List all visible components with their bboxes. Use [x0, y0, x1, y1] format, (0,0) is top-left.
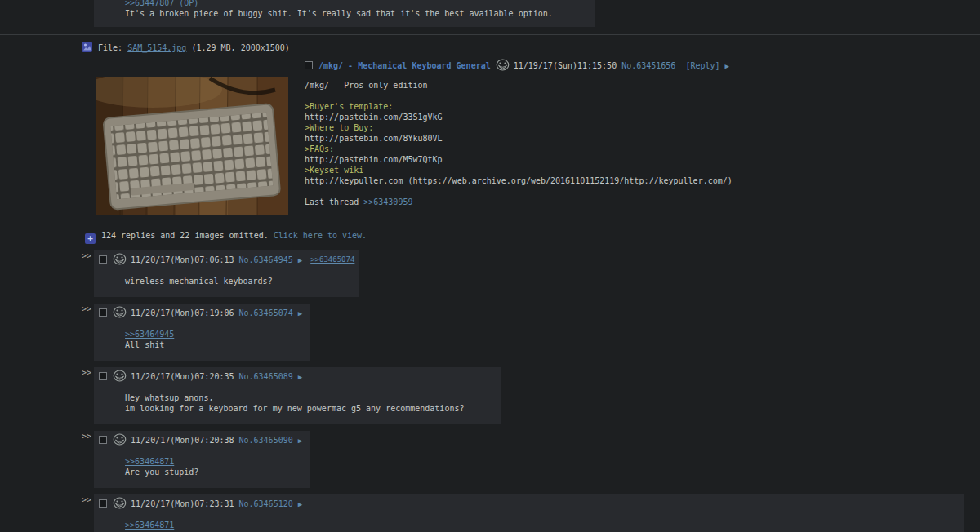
post-text: http://pastebin.com/33S1gVkG	[305, 112, 980, 122]
troll-face-icon	[496, 59, 510, 73]
post-text: Hey whatsup anons,	[125, 392, 464, 403]
greentext-line: >Buyer's template:	[305, 101, 980, 112]
reply-post: 11/20/17(Mon)07:20:38No.63465090▶ >>6346…	[94, 431, 310, 488]
side-arrows-icon: >>	[82, 494, 91, 505]
reply-message: Hey whatsup anons, im looking for a keyb…	[125, 392, 464, 414]
troll-face-icon	[113, 253, 127, 268]
quote-link[interactable]: >>63464945	[125, 330, 174, 339]
post-menu-arrow[interactable]: ▶	[298, 437, 302, 445]
quote-link[interactable]: >>63447807 (OP)	[125, 0, 198, 7]
troll-face-icon	[113, 370, 127, 384]
reply-post: 11/20/17(Mon)07:19:06No.63465074▶ >>6346…	[94, 304, 310, 361]
quote-link[interactable]: >>63464871	[125, 521, 174, 530]
op-message: /mkg/ - Pros only edition >Buyer's templ…	[305, 80, 980, 207]
post-number-link[interactable]: No.63465089	[238, 372, 292, 381]
post-menu-arrow[interactable]: ▶	[298, 256, 302, 264]
partial-post-top: >>63447807 (OP) It's a broken piece of b…	[94, 0, 980, 27]
post-text: All shit	[125, 339, 273, 350]
side-arrows-icon: >>	[82, 250, 91, 261]
imageboard-page: { "colors": { "page_background": "#1d1f2…	[0, 0, 980, 532]
post-text: http://pastebin.com/8Yku80VL	[305, 133, 980, 144]
post-date: 11/20/17(Mon)07:06:13	[131, 255, 234, 264]
reply-post-header: 11/20/17(Mon)07:19:06No.63465074▶	[99, 306, 305, 321]
post-menu-arrow[interactable]: ▶	[298, 500, 302, 508]
post-date: 11/20/17(Mon)07:20:35	[131, 372, 234, 381]
reply-row: >> 11/20/17(Mon)07:23:31No.63465120▶ >>6…	[82, 494, 980, 532]
post-checkbox[interactable]	[99, 308, 107, 317]
thread-divider	[0, 34, 980, 35]
keyboard-photo	[96, 77, 288, 215]
file-icon[interactable]	[82, 42, 92, 55]
side-arrows-icon: >>	[82, 431, 91, 441]
click-here-link[interactable]: Click here to view.	[274, 231, 367, 240]
post-date: 11/20/17(Mon)07:23:31	[131, 499, 234, 508]
last-thread-line: Last thread >>63430959	[305, 197, 980, 207]
greentext-line: >Keyset wiki	[305, 165, 980, 175]
reply-message: wireless mechanical keyboards?	[125, 276, 322, 286]
reply-row: >> 11/20/17(Mon)07:20:38No.63465090▶ >>6…	[82, 431, 980, 488]
post-date: 11/19/17(Sun)11:15:50	[514, 61, 617, 70]
post-text: Are you stupid?	[125, 467, 273, 477]
post-number-link[interactable]: No.63464945	[238, 255, 292, 264]
file-name-link[interactable]: SAM_5154.jpg	[127, 43, 186, 52]
greentext-line: >Where to Buy:	[305, 122, 980, 133]
troll-face-icon	[113, 433, 127, 448]
post-checkbox[interactable]	[305, 61, 313, 69]
backlink[interactable]: >>63465074	[310, 255, 354, 264]
post-text: wireless mechanical keyboards?	[125, 276, 322, 286]
post-menu-arrow[interactable]: ▶	[298, 373, 302, 381]
greentext-line: >FAQs:	[305, 144, 980, 154]
post-number-link[interactable]: No.63451656	[621, 61, 675, 70]
post-number-link[interactable]: No.63465074	[238, 308, 292, 317]
reply-post: >>63447807 (OP) It's a broken piece of b…	[94, 0, 595, 27]
omitted-replies-line: +124 replies and 22 images omitted. Clic…	[85, 230, 980, 244]
file-label: File:	[98, 43, 122, 52]
post-checkbox[interactable]	[99, 436, 107, 444]
reply-post: 11/20/17(Mon)07:20:35No.63465089▶ Hey wh…	[94, 367, 501, 424]
last-thread-label: Last thread	[305, 197, 363, 206]
omitted-text: 124 replies and 22 images omitted.	[101, 231, 274, 240]
post-text: /mkg/ - Pros only edition	[305, 80, 980, 91]
quote-link[interactable]: >>63430959	[363, 197, 412, 206]
reply-row: >> 11/20/17(Mon)07:06:13No.63464945▶ >>6…	[82, 250, 980, 297]
quote-link[interactable]: >>63464871	[125, 457, 174, 466]
post-text: http://pastebin.com/M5w7QtKp	[305, 154, 980, 165]
post-subject: /mkg/ - Mechanical Keyboard General	[318, 61, 491, 70]
post-number-link[interactable]: No.63465090	[238, 436, 292, 445]
post-checkbox[interactable]	[99, 255, 107, 264]
expand-plus-icon[interactable]: +	[85, 233, 96, 244]
post-menu-arrow[interactable]: ▶	[725, 62, 729, 70]
reply-post-header: 11/20/17(Mon)07:23:31No.63465120▶	[99, 497, 959, 512]
post-number-link[interactable]: No.63465120	[238, 499, 292, 508]
op-post: /mkg/ - Mechanical Keyboard General11/19…	[82, 59, 980, 219]
reply-message: >>63464945 All shit	[125, 329, 273, 350]
side-arrows-icon: >>	[82, 304, 91, 314]
troll-face-icon	[113, 497, 127, 512]
post-text: It's a broken piece of buggy shit. It's …	[125, 8, 586, 19]
post-menu-arrow[interactable]: ▶	[298, 309, 302, 317]
post-checkbox[interactable]	[99, 372, 107, 380]
op-post-header: /mkg/ - Mechanical Keyboard General11/19…	[305, 59, 980, 73]
post-date: 11/20/17(Mon)07:19:06	[131, 308, 234, 317]
troll-face-icon	[113, 306, 127, 321]
reply-row: >> 11/20/17(Mon)07:20:35No.63465089▶ Hey…	[82, 367, 980, 424]
file-meta: (1.29 MB, 2000x1500)	[191, 43, 289, 52]
file-line: File: SAM_5154.jpg (1.29 MB, 2000x1500)	[82, 42, 980, 55]
reply-post: 11/20/17(Mon)07:23:31No.63465120▶ >>6346…	[94, 494, 964, 532]
reply-post-header: 11/20/17(Mon)07:20:38No.63465090▶	[99, 433, 305, 448]
reply-post-header: 11/20/17(Mon)07:20:35No.63465089▶	[99, 370, 497, 384]
reply-row: >> 11/20/17(Mon)07:19:06No.63465074▶ >>6…	[82, 304, 980, 361]
reply-post-header: 11/20/17(Mon)07:06:13No.63464945▶ >>6346…	[99, 253, 354, 268]
reply-message: >>63464871 Are you stupid?	[125, 456, 273, 477]
post-text: http://keypuller.com (https://web.archiv…	[305, 175, 980, 186]
post-checkbox[interactable]	[99, 499, 107, 508]
reply-message: >>63464871 I wonder if there even is mor…	[125, 520, 926, 532]
reply-button[interactable]: [Reply]	[685, 61, 719, 70]
image-thumbnail[interactable]	[96, 77, 288, 218]
post-date: 11/20/17(Mon)07:20:38	[131, 436, 234, 445]
reply-post: 11/20/17(Mon)07:06:13No.63464945▶ >>6346…	[94, 250, 359, 297]
side-arrows-icon: >>	[82, 367, 91, 378]
post-text: im looking for a keyboard for my new pow…	[125, 403, 464, 414]
